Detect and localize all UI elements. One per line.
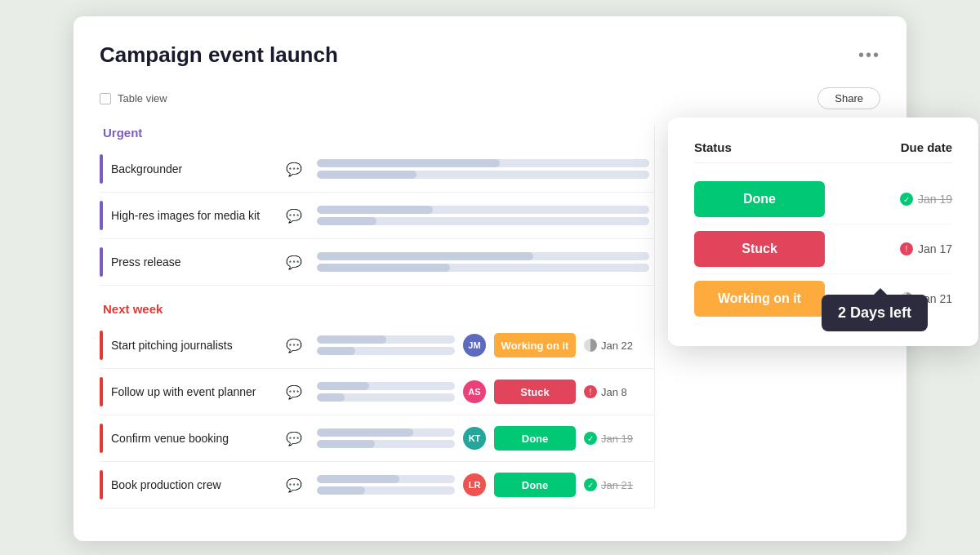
task-border [100, 201, 103, 230]
comment-icon[interactable]: 💬 [286, 477, 302, 493]
progress-track-2 [317, 440, 455, 448]
status-badge-done[interactable]: Done [494, 473, 576, 497]
status-header: Status [694, 140, 732, 154]
progress-track [317, 206, 649, 214]
task-row: Start pitching journalists 💬 JM Working … [100, 322, 654, 369]
progress-track [317, 335, 455, 344]
progress-track-2 [317, 393, 455, 402]
progress-bars [317, 335, 455, 355]
task-border [100, 470, 103, 500]
progress-bars [317, 206, 649, 225]
task-name: Backgrounder [111, 162, 274, 175]
progress-track-2 [317, 264, 649, 272]
fp-status-done[interactable]: Done [694, 181, 825, 217]
progress-track-2 [317, 217, 649, 225]
task-row: Press release 💬 [100, 239, 654, 286]
progress-fill-2 [317, 440, 375, 448]
avatar: JM [463, 334, 486, 357]
toolbar: Table view Share [100, 87, 880, 109]
progress-bars [317, 475, 455, 495]
task-name: Confirm venue booking [111, 432, 274, 445]
progress-track-2 [317, 347, 455, 355]
fp-status-working[interactable]: Working on it [694, 281, 825, 317]
progress-fill-2 [317, 264, 450, 272]
panel-headers: Status Due date [694, 140, 952, 163]
app-container: Campaign event launch ••• Table view Sha… [74, 16, 906, 541]
progress-track [317, 382, 455, 390]
progress-fill [317, 335, 386, 344]
error-icon: ! [900, 242, 913, 255]
comment-icon[interactable]: 💬 [286, 208, 302, 224]
share-button[interactable]: Share [817, 87, 880, 109]
progress-fill [317, 206, 433, 214]
progress-fill-2 [317, 217, 376, 225]
task-name: Press release [111, 255, 274, 269]
page-title: Campaign event launch [100, 42, 338, 68]
avatar: KT [463, 427, 486, 450]
fp-status-stuck[interactable]: Stuck [694, 231, 825, 267]
more-options-icon[interactable]: ••• [858, 46, 880, 64]
avatar: LR [463, 473, 486, 496]
task-row: High-res images for media kit 💬 [100, 193, 654, 239]
progress-track-2 [317, 486, 455, 495]
task-row: Backgrounder 💬 [100, 146, 654, 193]
fp-row-stuck: Stuck ! Jan 17 [694, 224, 952, 274]
task-row: Book production crew 💬 LR Done ✓ Jan 21 [100, 462, 654, 508]
progress-fill [317, 159, 500, 167]
fp-row-working: Working on it Jan 21 2 Days left [694, 274, 952, 323]
tasks-panel: Urgent Backgrounder 💬 High-res images fo… [100, 126, 655, 508]
progress-bars [317, 428, 455, 448]
fp-row-done: Done ✓ Jan 19 [694, 175, 952, 224]
progress-bars [317, 252, 649, 272]
due-date: Jan 22 [584, 339, 649, 352]
avatar: AS [463, 380, 486, 403]
progress-track-2 [317, 171, 649, 179]
check-icon: ✓ [584, 478, 597, 491]
fp-due: ✓ Jan 19 [900, 193, 952, 206]
task-row: Follow up with event planner 💬 AS Stuck … [100, 369, 654, 415]
task-border [100, 424, 103, 453]
task-row: Confirm venue booking 💬 KT Done ✓ Jan 19 [100, 415, 654, 462]
due-date-header: Due date [901, 140, 952, 154]
task-border [100, 377, 103, 406]
comment-icon[interactable]: 💬 [286, 162, 302, 177]
progress-bars [317, 382, 455, 402]
check-icon: ✓ [584, 432, 597, 445]
task-border [100, 247, 103, 277]
table-view-button[interactable]: Table view [100, 92, 167, 104]
main-content: Urgent Backgrounder 💬 High-res images fo… [100, 126, 880, 508]
progress-fill-2 [317, 393, 345, 402]
half-icon [584, 339, 597, 352]
status-badge-working[interactable]: Working on it [494, 333, 576, 357]
date-text: Jan 8 [601, 386, 627, 398]
fp-due: ! Jan 17 [900, 242, 952, 255]
progress-fill-2 [317, 171, 416, 179]
due-date: ✓ Jan 21 [584, 478, 649, 491]
status-badge-stuck[interactable]: Stuck [494, 380, 576, 404]
progress-track [317, 159, 649, 167]
task-name: Start pitching journalists [111, 339, 274, 352]
fp-date: Jan 19 [918, 193, 952, 206]
table-view-checkbox [100, 93, 111, 104]
due-date: ! Jan 8 [584, 385, 649, 398]
comment-icon[interactable]: 💬 [286, 338, 302, 353]
header: Campaign event launch ••• [100, 42, 880, 68]
progress-fill [317, 382, 369, 390]
task-name: High-res images for media kit [111, 209, 274, 222]
progress-fill [317, 428, 413, 437]
fp-date: Jan 17 [918, 242, 952, 255]
comment-icon[interactable]: 💬 [286, 384, 302, 400]
progress-track [317, 252, 649, 260]
progress-fill [317, 475, 399, 483]
due-date: ✓ Jan 19 [584, 432, 649, 445]
error-icon: ! [584, 385, 597, 398]
status-badge-done[interactable]: Done [494, 426, 576, 451]
task-border [100, 331, 103, 360]
table-view-label: Table view [118, 92, 167, 104]
progress-track [317, 475, 455, 483]
progress-fill [317, 252, 533, 260]
progress-track [317, 428, 455, 437]
comment-icon[interactable]: 💬 [286, 255, 302, 270]
section-title-urgent: Urgent [100, 126, 654, 140]
comment-icon[interactable]: 💬 [286, 431, 302, 446]
